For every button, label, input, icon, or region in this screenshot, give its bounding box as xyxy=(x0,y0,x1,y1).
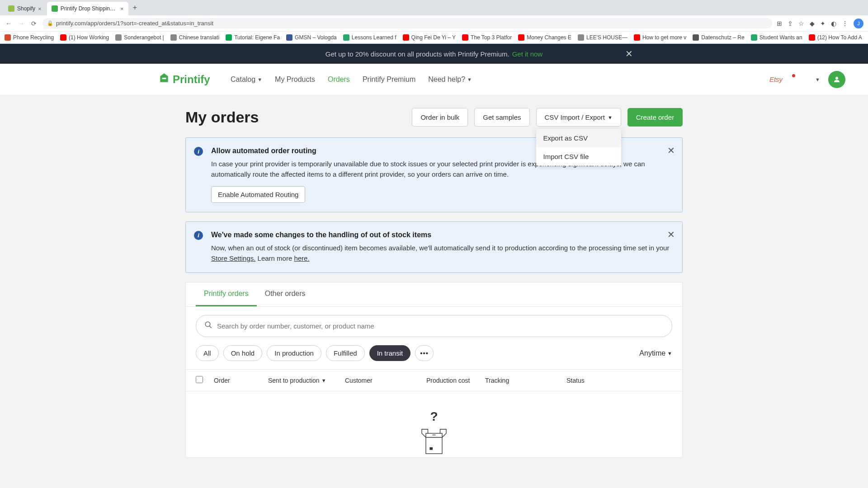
close-icon[interactable]: ✕ xyxy=(667,229,675,240)
bookmark-item[interactable]: Tutorial: Eigene Fa xyxy=(226,34,280,41)
order-bulk-button[interactable]: Order in bulk xyxy=(412,108,468,127)
bookmark-icon xyxy=(809,34,815,41)
filter-chip-fulfilled[interactable]: Fulfilled xyxy=(326,345,365,361)
filter-chip-in-production[interactable]: In production xyxy=(267,345,321,361)
topbar-right: Etsy ▼ xyxy=(769,71,845,88)
search-input[interactable] xyxy=(217,322,664,330)
extension-icon[interactable]: ◆ xyxy=(810,20,815,27)
lock-icon: 🔒 xyxy=(47,20,53,26)
nav-link-label: My Products xyxy=(275,75,315,84)
bookmark-item[interactable]: LEE'S HOUSE— xyxy=(578,34,627,41)
bookmark-item[interactable]: Chinese translati xyxy=(170,34,219,41)
get-samples-button[interactable]: Get samples xyxy=(474,108,529,127)
browser-chrome: Shopify × Printify Drop Shipping Print o… xyxy=(0,0,868,44)
nav-link-printify-premium[interactable]: Printify Premium xyxy=(363,75,415,84)
create-order-button[interactable]: Create order xyxy=(627,108,683,127)
back-icon[interactable]: ← xyxy=(5,20,13,27)
forward-icon[interactable]: → xyxy=(17,20,25,27)
order-tabs: Printify orders Other orders xyxy=(186,282,682,307)
bookmark-label: (1) How Working xyxy=(69,34,109,41)
bookmark-icon xyxy=(462,34,468,41)
puzzle-icon[interactable]: ✦ xyxy=(820,20,826,27)
learn-more-link[interactable]: here. xyxy=(294,254,309,262)
new-tab-button[interactable]: + xyxy=(129,2,141,14)
nav-link-need-help-[interactable]: Need help? ▼ xyxy=(428,75,472,84)
toolbar-icons: ⊞ ⇪ ☆ ◆ ✦ ◐ ⋮ J xyxy=(777,19,863,28)
col-sent[interactable]: Sent to production ▼ xyxy=(268,377,345,384)
csv-import-export-button[interactable]: CSV Import / Export ▼ xyxy=(536,108,621,127)
bookmark-item[interactable]: Qing Fei De Yi – Y xyxy=(403,34,456,41)
close-icon[interactable]: ✕ xyxy=(625,48,633,59)
reload-icon[interactable]: ⟳ xyxy=(30,20,38,27)
bookmark-item[interactable]: (12) How To Add A xyxy=(809,34,862,41)
bookmark-item[interactable]: Lessons Learned f xyxy=(343,34,396,41)
svg-point-1 xyxy=(205,322,210,327)
bookmark-item[interactable]: GMSN – Vologda xyxy=(286,34,337,41)
close-icon[interactable]: ✕ xyxy=(667,145,675,156)
profile-button[interactable] xyxy=(828,71,845,88)
box-icon xyxy=(414,426,454,457)
bookmark-label: Money Changes E xyxy=(527,34,571,41)
menu-icon[interactable]: ⋮ xyxy=(842,20,848,27)
bookmark-item[interactable]: Sonderangebot | xyxy=(115,34,164,41)
export-csv-item[interactable]: Export as CSV xyxy=(536,129,621,147)
bookmark-label: How to get more v xyxy=(642,34,686,41)
bookmark-item[interactable]: The Top 3 Platfor xyxy=(462,34,512,41)
profile-avatar[interactable]: J xyxy=(854,19,863,28)
bookmark-item[interactable]: Datenschutz – Re xyxy=(693,34,744,41)
bookmark-icon xyxy=(403,34,409,41)
enable-routing-button[interactable]: Enable Automated Routing xyxy=(211,186,305,203)
nav-link-label: Orders xyxy=(328,75,350,84)
star-icon[interactable]: ☆ xyxy=(798,20,804,27)
translate-icon[interactable]: ⊞ xyxy=(777,20,782,27)
bookmark-icon xyxy=(170,34,177,41)
tab-other-orders[interactable]: Other orders xyxy=(257,282,314,306)
nav-link-my-products[interactable]: My Products xyxy=(275,75,315,84)
select-all-cell xyxy=(196,376,214,385)
import-csv-item[interactable]: Import CSV file xyxy=(536,147,621,166)
chevron-down-icon: ▼ xyxy=(608,115,613,120)
filter-chip-all[interactable]: All xyxy=(196,345,219,361)
table-header: Order Sent to production ▼ Customer Prod… xyxy=(186,369,682,391)
bookmark-icon xyxy=(634,34,640,41)
bookmark-icon xyxy=(693,34,699,41)
tab-printify-orders[interactable]: Printify orders xyxy=(196,282,257,306)
bookmark-item[interactable]: How to get more v xyxy=(634,34,686,41)
store-settings-link[interactable]: Store Settings. xyxy=(211,254,255,262)
nav-link-orders[interactable]: Orders xyxy=(328,75,350,84)
col-customer: Customer xyxy=(345,377,426,384)
page-header: My orders Order in bulk Get samples CSV … xyxy=(185,108,683,127)
clock-icon[interactable]: ◐ xyxy=(831,20,836,27)
col-sent-label: Sent to production xyxy=(268,377,320,384)
bookmark-icon xyxy=(286,34,292,41)
url-input[interactable]: 🔒 printify.com/app/orders/1?sort=-create… xyxy=(42,18,772,28)
tab-title: Shopify xyxy=(17,5,35,12)
filter-row: AllOn holdIn productionFulfilledIn trans… xyxy=(186,345,682,369)
store-selector[interactable]: Etsy ▼ xyxy=(769,75,820,83)
bookmark-item[interactable]: (1) How Working xyxy=(60,34,109,41)
bookmark-item[interactable]: Student Wants an xyxy=(751,34,802,41)
svg-line-2 xyxy=(209,326,212,328)
browser-tab-printify[interactable]: Printify Drop Shipping Print on × xyxy=(47,2,128,15)
logo-icon xyxy=(158,72,170,87)
close-icon[interactable]: × xyxy=(38,5,42,12)
bookmark-icon xyxy=(578,34,584,41)
anytime-label: Anytime xyxy=(639,349,665,357)
close-icon[interactable]: × xyxy=(120,5,124,12)
anytime-filter[interactable]: Anytime ▼ xyxy=(639,349,672,357)
info-text-mid: Learn more xyxy=(255,254,294,262)
promo-cta-link[interactable]: Get it now xyxy=(512,50,543,58)
filter-chip-on-hold[interactable]: On hold xyxy=(223,345,263,361)
bookmark-item[interactable]: Phone Recycling xyxy=(5,34,54,41)
nav-link-catalog[interactable]: Catalog ▼ xyxy=(231,75,262,84)
filter-chip-in-transit[interactable]: In transit xyxy=(369,345,411,361)
select-all-checkbox[interactable] xyxy=(196,376,203,383)
share-icon[interactable]: ⇪ xyxy=(788,20,793,27)
filter-more-button[interactable]: ••• xyxy=(415,345,434,361)
bookmark-item[interactable]: Money Changes E xyxy=(518,34,571,41)
browser-tab-shopify[interactable]: Shopify × xyxy=(4,2,46,15)
search-box[interactable] xyxy=(196,315,672,337)
printify-logo[interactable]: Printify xyxy=(158,72,210,87)
main-nav: Catalog ▼My ProductsOrdersPrintify Premi… xyxy=(231,75,472,84)
page-title: My orders xyxy=(185,108,259,126)
